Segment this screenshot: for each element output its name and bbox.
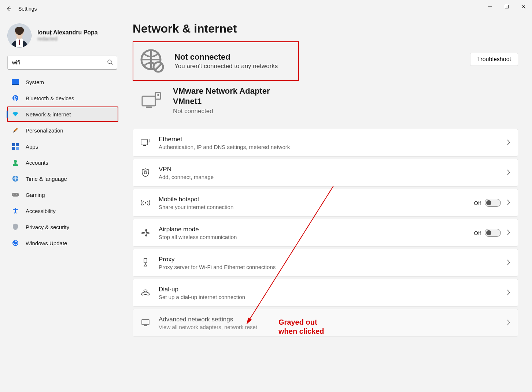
back-button[interactable] bbox=[1, 1, 16, 16]
adapter-title-line1: VMware Network Adapter bbox=[173, 86, 270, 96]
sidebar-item-label: Personalization bbox=[26, 127, 63, 134]
card-sub: View all network adapters, network reset bbox=[159, 324, 507, 330]
adapter-row[interactable]: VMware Network Adapter VMnet1 Not connec… bbox=[133, 81, 518, 122]
svg-rect-30 bbox=[144, 172, 147, 174]
profile-email-blurred: redacted bbox=[37, 36, 98, 42]
page-title: Network & internet bbox=[133, 22, 518, 36]
sidebar-item-accounts[interactable]: Accounts bbox=[7, 154, 119, 171]
svg-rect-33 bbox=[142, 320, 149, 325]
status-subtitle: You aren't connected to any networks bbox=[174, 63, 278, 70]
adapter-subtitle: Not connected bbox=[173, 108, 270, 115]
svg-point-17 bbox=[15, 208, 16, 209]
avatar bbox=[7, 23, 32, 48]
card-ethernet[interactable]: Ethernet Authentication, IP and DNS sett… bbox=[133, 129, 518, 157]
profile-name: Ionuț Alexandru Popa bbox=[37, 29, 98, 36]
card-title: Advanced network settings bbox=[159, 316, 507, 323]
sidebar-item-label: System bbox=[26, 79, 44, 85]
svg-rect-3 bbox=[16, 36, 22, 39]
sidebar-item-time-language[interactable]: Time & language bbox=[7, 171, 119, 187]
sidebar-item-label: Bluetooth & devices bbox=[26, 95, 74, 101]
proxy-icon bbox=[140, 258, 151, 268]
svg-point-16 bbox=[16, 194, 17, 195]
card-title: Mobile hotspot bbox=[159, 196, 474, 203]
chevron-right-icon bbox=[507, 199, 510, 206]
hotspot-toggle[interactable] bbox=[485, 199, 501, 207]
card-title: Dial-up bbox=[159, 286, 507, 293]
sidebar-item-label: Windows Update bbox=[26, 240, 67, 246]
card-sub: Authentication, IP and DNS settings, met… bbox=[159, 144, 507, 150]
apps-icon bbox=[12, 143, 19, 150]
card-sub: Stop all wireless communication bbox=[159, 234, 474, 240]
card-sub: Proxy server for Wi-Fi and Ethernet conn… bbox=[159, 264, 507, 270]
svg-rect-34 bbox=[144, 325, 147, 326]
app-title: Settings bbox=[18, 6, 37, 12]
sidebar-item-label: Accessibility bbox=[26, 208, 56, 214]
svg-rect-5 bbox=[12, 79, 19, 84]
person-icon bbox=[12, 159, 19, 166]
adapter-title-line2: VMnet1 bbox=[173, 96, 270, 107]
svg-rect-10 bbox=[12, 147, 15, 150]
dialup-icon bbox=[140, 288, 151, 298]
ethernet-adapter-icon bbox=[141, 92, 163, 109]
profile-block[interactable]: Ionuț Alexandru Popa redacted bbox=[7, 21, 125, 53]
card-airplane[interactable]: Airplane mode Stop all wireless communic… bbox=[133, 219, 518, 247]
svg-rect-8 bbox=[12, 143, 15, 146]
svg-rect-23 bbox=[146, 107, 152, 108]
card-proxy[interactable]: Proxy Proxy server for Wi-Fi and Etherne… bbox=[133, 249, 518, 277]
search-input[interactable] bbox=[7, 56, 117, 70]
chevron-right-icon bbox=[507, 229, 510, 236]
brush-icon bbox=[12, 127, 19, 134]
sidebar-item-bluetooth[interactable]: Bluetooth & devices bbox=[7, 90, 119, 106]
window-maximize-button[interactable] bbox=[498, 0, 515, 13]
svg-rect-9 bbox=[16, 143, 19, 146]
chevron-right-icon bbox=[507, 290, 510, 296]
svg-rect-32 bbox=[144, 258, 147, 263]
sidebar-item-apps[interactable]: Apps bbox=[7, 138, 119, 154]
sidebar-item-label: Privacy & security bbox=[26, 224, 69, 230]
maximize-icon bbox=[505, 4, 509, 9]
sidebar-item-gaming[interactable]: Gaming bbox=[7, 187, 119, 203]
svg-rect-0 bbox=[505, 5, 509, 8]
svg-rect-25 bbox=[157, 94, 158, 96]
sidebar-item-label: Gaming bbox=[26, 192, 45, 198]
search-box[interactable] bbox=[7, 56, 117, 70]
wifi-icon bbox=[12, 111, 19, 118]
connection-status-card: Not connected You aren't connected to an… bbox=[133, 41, 299, 81]
svg-rect-14 bbox=[12, 193, 19, 197]
globe-clock-icon bbox=[12, 175, 19, 182]
airplane-toggle[interactable] bbox=[485, 229, 501, 237]
window-minimize-button[interactable] bbox=[481, 0, 498, 13]
close-icon bbox=[521, 4, 526, 9]
ethernet-icon bbox=[140, 138, 151, 148]
sidebar-item-accessibility[interactable]: Accessibility bbox=[7, 203, 119, 219]
card-dialup[interactable]: Dial-up Set up a dial-up internet connec… bbox=[133, 279, 518, 307]
troubleshoot-button[interactable]: Troubleshoot bbox=[470, 53, 518, 66]
sidebar-item-privacy[interactable]: Privacy & security bbox=[7, 219, 119, 235]
card-hotspot[interactable]: Mobile hotspot Share your internet conne… bbox=[133, 189, 518, 217]
svg-rect-24 bbox=[155, 93, 160, 99]
minimize-icon bbox=[488, 4, 492, 9]
update-icon bbox=[12, 239, 19, 247]
svg-rect-26 bbox=[158, 94, 159, 96]
card-title: Airplane mode bbox=[159, 226, 474, 233]
gamepad-icon bbox=[12, 191, 19, 198]
svg-rect-11 bbox=[16, 147, 19, 150]
shield-icon bbox=[12, 223, 19, 231]
sidebar-item-personalization[interactable]: Personalization bbox=[7, 122, 119, 138]
svg-point-15 bbox=[14, 194, 14, 195]
sidebar-item-system[interactable]: System bbox=[7, 74, 119, 90]
sidebar-item-network[interactable]: Network & internet bbox=[7, 106, 119, 122]
sidebar-item-windows-update[interactable]: Windows Update bbox=[7, 235, 119, 251]
svg-point-4 bbox=[108, 60, 111, 64]
status-title: Not connected bbox=[174, 52, 278, 62]
card-vpn[interactable]: VPN Add, connect, manage bbox=[133, 159, 518, 187]
system-icon bbox=[12, 78, 19, 86]
sidebar-item-label: Accounts bbox=[26, 160, 48, 166]
window-close-button[interactable] bbox=[515, 0, 532, 13]
search-icon bbox=[107, 59, 113, 66]
svg-point-31 bbox=[145, 202, 146, 204]
toggle-label: Off bbox=[474, 200, 481, 206]
card-sub: Share your internet connection bbox=[159, 204, 474, 210]
card-advanced-network[interactable]: Advanced network settings View all netwo… bbox=[133, 309, 518, 337]
sidebar-item-label: Network & internet bbox=[26, 111, 71, 117]
